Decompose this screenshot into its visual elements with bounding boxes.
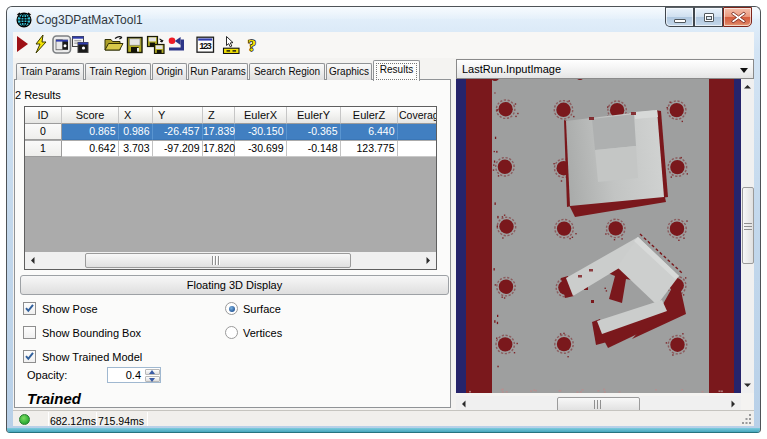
svg-text:?: ? (248, 36, 257, 55)
svg-text:123: 123 (199, 40, 212, 51)
